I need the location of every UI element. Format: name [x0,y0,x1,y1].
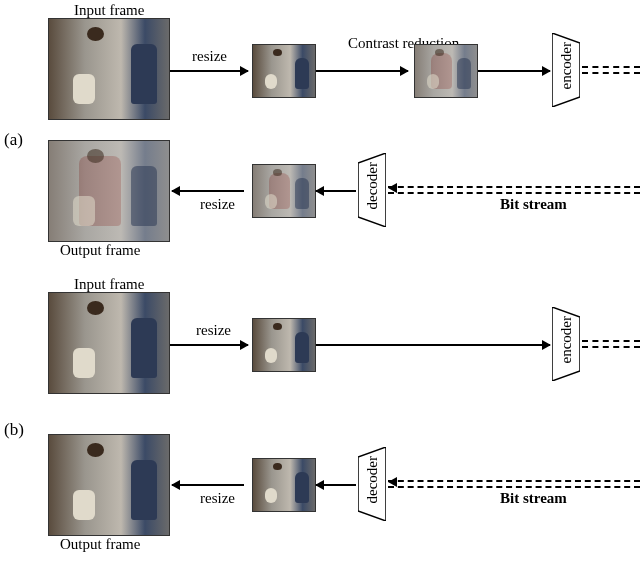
resized-frame-b [252,318,316,372]
arrow-from-decoder-a [316,190,356,192]
bitstream-arrowhead-a [388,183,397,193]
output-frame-b [48,434,170,536]
input-frame-label-a: Input frame [74,2,144,19]
panel-b-label: (b) [4,420,24,440]
decoder-label-b: decoder [364,456,381,503]
panel-a-label: (a) [4,130,23,150]
arrow-contrast-a [316,70,408,72]
resize-label-a2: resize [200,196,235,213]
bitstream-label-a: Bit stream [500,196,567,213]
bitstream-arrowhead-b [388,477,397,487]
contrast-frame-a [414,44,478,98]
arrow-resize-a1 [170,70,248,72]
decoded-frame-a [252,164,316,218]
input-frame-a [48,18,170,120]
output-frame-a [48,140,170,242]
arrow-resize-b1 [170,344,248,346]
encoder-label-a: encoder [558,42,575,89]
resize-label-b2: resize [200,490,235,507]
arrow-output-a [172,190,244,192]
output-frame-label-a: Output frame [60,242,140,259]
resize-label-a1: resize [192,48,227,65]
encoder-label-b: encoder [558,316,575,363]
arrow-from-decoder-b [316,484,356,486]
input-frame-b [48,292,170,394]
decoded-frame-b [252,458,316,512]
arrow-output-b [172,484,244,486]
arrow-to-encoder-b [316,344,550,346]
resize-label-b1: resize [196,322,231,339]
output-frame-label-b: Output frame [60,536,140,553]
arrow-to-encoder-a [478,70,550,72]
decoder-label-a: decoder [364,162,381,209]
bitstream-label-b: Bit stream [500,490,567,507]
resized-frame-a [252,44,316,98]
input-frame-label-b: Input frame [74,276,144,293]
